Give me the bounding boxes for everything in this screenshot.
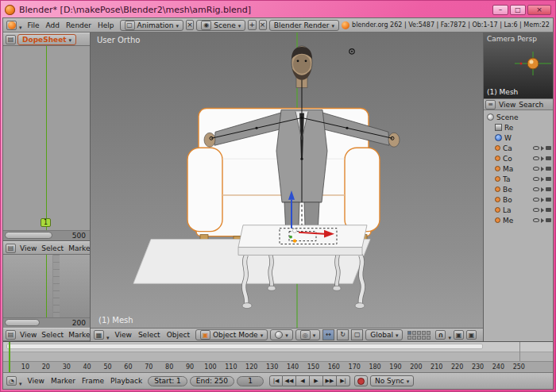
render-toggle-icon[interactable]	[546, 218, 551, 222]
blender-menu-icon[interactable]	[6, 21, 17, 30]
menu-item[interactable]: Frame	[79, 377, 107, 385]
render-toggle-icon[interactable]	[546, 146, 551, 150]
render-opengl-button[interactable]	[454, 330, 464, 340]
eye-icon[interactable]	[533, 208, 539, 212]
outliner-item[interactable]: Ma	[484, 163, 553, 174]
render-toggle-icon[interactable]	[546, 177, 551, 181]
screen-layout-select[interactable]: Animation	[120, 20, 183, 31]
timeline-editor-icon[interactable]	[6, 376, 17, 386]
outliner-item[interactable]: Ca	[484, 143, 553, 153]
snap-magnet-button[interactable]	[435, 330, 446, 340]
render-toggle-icon[interactable]	[546, 187, 551, 191]
selectable-icon[interactable]	[541, 177, 544, 182]
selectable-icon[interactable]	[541, 187, 544, 192]
graph-editor-scrollbar[interactable]: 200	[3, 317, 90, 328]
dopesheet-editor-icon[interactable]	[6, 35, 16, 44]
selectable-icon[interactable]	[541, 218, 544, 223]
dopesheet-mode-select[interactable]: DopeSheet	[17, 34, 76, 45]
menu-item[interactable]: Select	[39, 244, 66, 252]
jump-to-start-button[interactable]	[269, 375, 283, 386]
eye-icon[interactable]	[533, 218, 539, 222]
sync-mode-select[interactable]: No Sync	[370, 375, 414, 386]
scrollbar-handle[interactable]	[5, 232, 52, 239]
outliner-item[interactable]: Be	[484, 184, 553, 194]
y-axis-handle[interactable]	[289, 236, 292, 239]
record-button[interactable]	[354, 375, 368, 386]
start-frame-field[interactable]: Start: 1	[148, 376, 187, 386]
pivot-select[interactable]	[295, 329, 321, 340]
maximize-button[interactable]	[510, 5, 526, 15]
shading-select[interactable]	[270, 329, 293, 340]
close-button[interactable]	[527, 5, 551, 15]
3d-scene-canvas[interactable]	[91, 33, 483, 328]
selectable-icon[interactable]	[541, 198, 544, 202]
menu-item[interactable]: View	[497, 101, 517, 109]
menu-item[interactable]: View	[17, 244, 39, 252]
mode-select[interactable]: Object Mode	[195, 329, 268, 340]
current-frame-line[interactable]	[46, 46, 47, 230]
menu-item[interactable]: Select	[39, 331, 66, 339]
next-keyframe-button[interactable]	[323, 375, 337, 386]
3d-scene[interactable]: User Ortho (1) Mesh	[91, 33, 483, 328]
eye-icon[interactable]	[533, 198, 539, 202]
menu-item[interactable]: Playback	[107, 377, 145, 385]
outliner-item[interactable]: Ta	[484, 174, 553, 184]
layer-cell[interactable]	[412, 331, 416, 335]
layer-cell[interactable]	[427, 336, 431, 340]
layer-cell[interactable]	[422, 331, 426, 335]
strip-editor-icon[interactable]	[6, 330, 16, 340]
selectable-icon[interactable]	[541, 208, 544, 213]
selectable-icon[interactable]	[541, 167, 544, 171]
layer-cell[interactable]	[407, 331, 411, 335]
scrollbar-handle[interactable]	[5, 319, 40, 326]
selectable-icon[interactable]	[541, 146, 544, 151]
play-button[interactable]	[310, 375, 323, 386]
outliner-item[interactable]: Re	[484, 122, 553, 133]
menu-item[interactable]: Search	[517, 101, 545, 109]
layer-cell[interactable]	[407, 336, 411, 340]
menu-item[interactable]: Select	[135, 331, 164, 339]
titlebar[interactable]: Blender* [D:\makePose\Blender2\mesh\amRi…	[2, 2, 554, 17]
layer-cell[interactable]	[427, 331, 431, 335]
jump-to-end-button[interactable]	[337, 375, 350, 386]
render-toggle-icon[interactable]	[546, 198, 551, 202]
minimize-button[interactable]	[492, 5, 508, 15]
add-scene-button[interactable]	[248, 20, 256, 30]
dopesheet-canvas[interactable]: 1	[3, 46, 90, 230]
unlink-scene-button[interactable]	[259, 20, 267, 30]
previous-keyframe-button[interactable]	[283, 375, 296, 386]
rotate-manipulator-button[interactable]	[337, 329, 349, 340]
render-engine-select[interactable]: Blender Render	[269, 20, 339, 31]
camera-preview-panel[interactable]: Camera Persp (1) Mesh	[484, 33, 553, 99]
layer-cell[interactable]	[417, 331, 421, 335]
outliner-item[interactable]: Bo	[484, 194, 553, 205]
layer-cell[interactable]	[412, 336, 416, 340]
menu-item[interactable]: View	[112, 331, 135, 339]
outliner-item[interactable]: W	[484, 133, 553, 143]
scene-select[interactable]: Scene	[196, 20, 245, 31]
outliner-item[interactable]: La	[484, 205, 553, 215]
unlink-layout-button[interactable]	[186, 20, 194, 30]
eye-icon[interactable]	[533, 167, 539, 171]
manipulator-center[interactable]	[292, 229, 296, 233]
viewport-editor-icon[interactable]	[94, 330, 104, 340]
frame-ruler[interactable]: 1020304050607080901001101201301401501601…	[3, 361, 553, 372]
outliner-item[interactable]: Scene	[484, 112, 553, 122]
current-frame-line[interactable]	[46, 255, 47, 317]
menu-item[interactable]: Help	[95, 21, 118, 29]
menu-item[interactable]: Marker	[66, 244, 90, 252]
layer-cell[interactable]	[422, 336, 426, 340]
orientation-select[interactable]: Global	[365, 329, 403, 340]
timeline-track-area[interactable]	[3, 342, 553, 352]
timeline-track-area-2[interactable]	[3, 352, 553, 361]
outliner-item[interactable]: Co	[484, 153, 553, 163]
outliner-tree[interactable]: Scene Re	[484, 110, 553, 341]
menu-item[interactable]: View	[25, 377, 48, 385]
dopesheet-scrollbar[interactable]: 500	[3, 230, 90, 240]
render-animation-button[interactable]	[466, 330, 477, 340]
menu-item[interactable]: Marker	[66, 331, 90, 339]
current-frame-field[interactable]: 1	[237, 376, 264, 386]
outliner-item[interactable]: Me	[484, 215, 553, 225]
selectable-icon[interactable]	[541, 156, 544, 161]
render-toggle-icon[interactable]	[546, 156, 551, 160]
